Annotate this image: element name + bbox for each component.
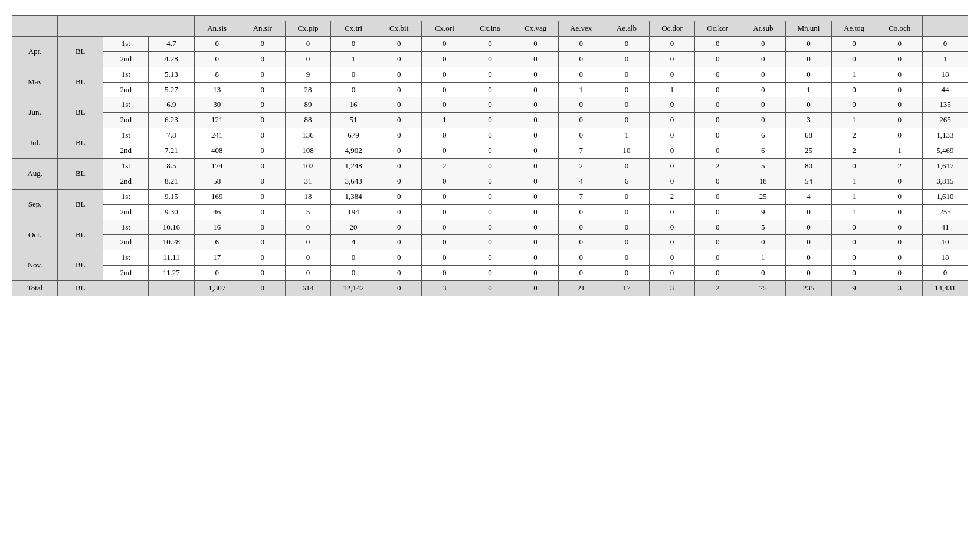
value-cell: 3 <box>786 113 831 128</box>
value-cell: 0 <box>467 128 513 143</box>
value-cell: 54 <box>786 174 831 189</box>
value-cell: 0 <box>786 97 831 113</box>
value-cell: 1 <box>831 67 877 82</box>
value-cell: 0 <box>649 97 694 113</box>
date-cell: 9.30 <box>149 204 194 220</box>
value-cell: 0 <box>240 266 285 281</box>
value-cell: 18 <box>740 174 786 189</box>
value-cell: 4,902 <box>330 143 376 159</box>
value-cell: 0 <box>786 266 831 281</box>
value-cell: 0 <box>330 266 376 281</box>
value-cell: 0 <box>740 113 786 128</box>
total-value-cell: 9 <box>831 281 877 296</box>
value-cell: 0 <box>240 250 285 266</box>
value-cell: 0 <box>240 97 285 113</box>
value-cell: 0 <box>604 113 649 128</box>
total-value-cell: 2 <box>695 281 740 296</box>
value-cell: 0 <box>240 189 285 204</box>
row-total-cell: 41 <box>922 220 968 235</box>
value-cell: 9 <box>740 204 786 220</box>
value-cell: 0 <box>513 266 558 281</box>
value-cell: 0 <box>695 250 740 266</box>
value-cell: 0 <box>649 220 694 235</box>
table-row: Nov.BL1st11.111700000000000100018 <box>12 250 968 266</box>
value-cell: 13 <box>194 82 240 97</box>
total-value-cell: 0 <box>376 281 422 296</box>
total-header <box>922 16 968 37</box>
value-cell: 0 <box>467 266 513 281</box>
month-cell: Nov. <box>12 250 58 281</box>
table-row: 2nd8.21580313,643000046001854103,815 <box>12 174 968 189</box>
value-cell: 3,643 <box>330 174 376 189</box>
value-cell: 0 <box>194 51 240 67</box>
value-cell: 0 <box>558 204 604 220</box>
value-cell: 0 <box>695 174 740 189</box>
value-cell: 0 <box>285 266 330 281</box>
row-total-cell: 135 <box>922 97 968 113</box>
value-cell: 1 <box>877 143 922 159</box>
value-cell: 0 <box>740 51 786 67</box>
value-cell: 0 <box>831 159 877 174</box>
row-total-cell: 0 <box>922 266 968 281</box>
table-row: 2nd6.2312108851010000000310265 <box>12 113 968 128</box>
value-cell: 0 <box>422 67 467 82</box>
value-cell: 0 <box>786 235 831 250</box>
month-cell: Sep. <box>12 189 58 220</box>
trap-cell: BL <box>58 36 103 67</box>
value-cell: 174 <box>194 159 240 174</box>
value-cell: 0 <box>740 82 786 97</box>
value-cell: 679 <box>330 128 376 143</box>
value-cell: 6 <box>194 235 240 250</box>
value-cell: 0 <box>422 82 467 97</box>
row-total-cell: 265 <box>922 113 968 128</box>
species-col-Cx-bit: Cx.bit <box>376 21 422 37</box>
value-cell: 0 <box>877 266 922 281</box>
month-cell: Jul. <box>12 128 58 159</box>
value-cell: 0 <box>422 235 467 250</box>
species-col-Oc-dor: Oc.dor <box>649 21 694 37</box>
value-cell: 2 <box>877 159 922 174</box>
value-cell: 0 <box>376 36 422 51</box>
period-cell: 1st <box>103 128 149 143</box>
table-row: Oct.BL1st10.1616002000000000500041 <box>12 220 968 235</box>
value-cell: 1 <box>831 174 877 189</box>
value-cell: 2 <box>649 189 694 204</box>
value-cell: 0 <box>376 235 422 250</box>
month-cell: Jun. <box>12 97 58 128</box>
value-cell: 0 <box>695 266 740 281</box>
value-cell: 0 <box>877 189 922 204</box>
value-cell: 0 <box>467 250 513 266</box>
value-cell: 0 <box>695 82 740 97</box>
value-cell: 0 <box>558 67 604 82</box>
value-cell: 0 <box>649 67 694 82</box>
row-total-cell: 5,469 <box>922 143 968 159</box>
value-cell: 0 <box>695 97 740 113</box>
value-cell: 0 <box>604 220 649 235</box>
value-cell: 0 <box>831 51 877 67</box>
value-cell: 16 <box>330 97 376 113</box>
value-cell: 0 <box>513 36 558 51</box>
table-row: 2nd9.304605194000000009010255 <box>12 204 968 220</box>
value-cell: 0 <box>740 266 786 281</box>
table-row: MayBL1st5.13809000000000001018 <box>12 67 968 82</box>
value-cell: 0 <box>831 235 877 250</box>
table-row: 2nd5.2713028000001010010044 <box>12 82 968 97</box>
month-cell: Aug. <box>12 159 58 190</box>
total-row: TotalBL−−1,307061412,1420300211732752359… <box>12 281 968 296</box>
value-cell: 0 <box>240 235 285 250</box>
value-cell: 1,248 <box>330 159 376 174</box>
value-cell: 0 <box>649 36 694 51</box>
value-cell: 68 <box>786 128 831 143</box>
table-row: 2nd4.2800010000000000001 <box>12 51 968 67</box>
row-total-cell: 0 <box>922 36 968 51</box>
value-cell: 0 <box>467 220 513 235</box>
total-row-trap: BL <box>58 281 103 296</box>
value-cell: 0 <box>240 128 285 143</box>
value-cell: 0 <box>376 113 422 128</box>
value-cell: 0 <box>695 204 740 220</box>
value-cell: 1 <box>649 82 694 97</box>
value-cell: 0 <box>467 189 513 204</box>
value-cell: 0 <box>695 235 740 250</box>
value-cell: 0 <box>877 113 922 128</box>
value-cell: 0 <box>877 82 922 97</box>
